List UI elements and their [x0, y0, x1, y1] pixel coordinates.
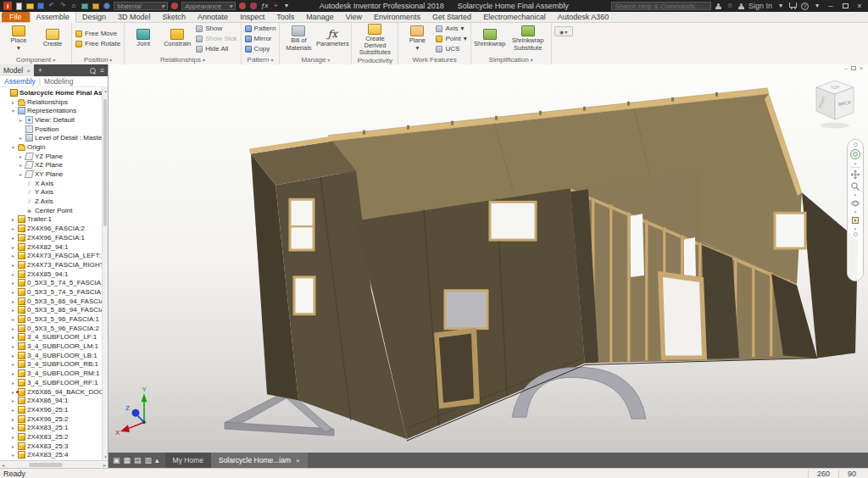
tree-row[interactable]: ▸ 3_4_SUBFLOOR_LF:1	[0, 333, 108, 342]
expand-chevron-icon[interactable]: ▸	[10, 343, 16, 349]
expand-chevron-icon[interactable]: ▸	[10, 334, 16, 340]
close-icon[interactable]: ×	[26, 67, 31, 75]
ribbon-tab[interactable]: View	[340, 12, 368, 22]
expand-chevron-icon[interactable]: ▸	[10, 416, 16, 422]
ribbon-tab[interactable]: Get Started	[426, 12, 477, 22]
adjust-sphere-icon[interactable]	[249, 2, 258, 10]
image-icon[interactable]	[81, 2, 89, 10]
plane-button[interactable]: Plane▾	[402, 25, 432, 52]
tree-row[interactable]: ▸ YZ Plane	[0, 152, 108, 161]
tree-row[interactable]: ▸ 2X4X85_94:1	[0, 270, 108, 279]
free-rotate-button[interactable]: Free Rotate	[75, 39, 120, 48]
expand-chevron-icon[interactable]: ▸	[10, 235, 16, 241]
expand-chevron-icon[interactable]: ▸	[18, 153, 24, 159]
web-icon[interactable]	[103, 2, 111, 10]
help-dropdown-icon[interactable]: ▾	[813, 2, 821, 10]
show-button[interactable]: Show	[196, 24, 236, 33]
tree-row[interactable]: ▸ XY Plane	[0, 170, 108, 179]
tiny-house-model[interactable]: Y Z X	[108, 64, 868, 453]
doc-close-button[interactable]: ×	[860, 65, 863, 71]
panel-label-pattern[interactable]: Pattern▾	[242, 54, 280, 64]
new-file-icon[interactable]	[14, 2, 23, 10]
expand-chevron-icon[interactable]: ▸	[10, 361, 16, 367]
pan-icon[interactable]	[850, 170, 860, 180]
ribbon-tab[interactable]: Tools	[270, 12, 300, 22]
expand-chevron-icon[interactable]: ▸	[10, 407, 16, 413]
expand-chevron-icon[interactable]: ▸	[10, 99, 16, 105]
graphics-viewport[interactable]: – ×	[108, 64, 868, 453]
model-tower-window-upper[interactable]	[290, 199, 314, 250]
add-icon[interactable]: +	[271, 2, 280, 10]
look-at-icon[interactable]	[850, 215, 860, 225]
panel-label-work-features[interactable]: Work Features	[398, 54, 470, 64]
qat-customize-icon[interactable]: ▾	[282, 2, 291, 10]
expand-chevron-icon[interactable]: ▸	[18, 117, 24, 123]
close-icon[interactable]: ×	[296, 457, 300, 464]
expand-chevron-icon[interactable]: ▸	[10, 370, 16, 376]
home-view-icon[interactable]: ⌂	[70, 2, 78, 10]
sign-in-link[interactable]: Sign In	[748, 2, 772, 10]
tab-assembly[interactable]: Assembly	[4, 77, 36, 86]
restore-button[interactable]	[840, 2, 850, 10]
minimize-button[interactable]: –	[826, 2, 836, 10]
help-search-input[interactable]	[611, 2, 711, 10]
expand-chevron-icon[interactable]: ▸	[10, 262, 16, 268]
expand-chevron-icon[interactable]: ▸	[10, 397, 16, 403]
export-icon[interactable]	[92, 2, 100, 10]
appearance-combo[interactable]: Appearance ▾	[181, 2, 236, 10]
expand-chevron-icon[interactable]: ▸	[10, 389, 16, 395]
shrinkwrap-button[interactable]: Shrinkwrap	[475, 29, 505, 47]
panel-label-component[interactable]: Component▾	[0, 54, 71, 64]
zoom-icon[interactable]	[850, 181, 860, 192]
ribbon-tab[interactable]: Sketch	[157, 12, 192, 22]
tree-row[interactable]: ▸ 2X4X83_25:2	[0, 432, 108, 442]
open-folder-icon[interactable]	[25, 2, 34, 10]
tree-row[interactable]: ▸ 0_5X3_5_96_FASCIA:1	[0, 314, 108, 324]
tree-row[interactable]: Z Axis	[0, 197, 108, 206]
tree-row[interactable]: ▸ 2X4X83_25:3	[0, 442, 108, 451]
tree-row[interactable]: ▸ 2X4X96_FASCIA:2	[0, 224, 108, 233]
ribbon-tab[interactable]: Design	[76, 12, 112, 22]
expand-chevron-icon[interactable]: ▸	[10, 225, 16, 231]
scroll-left-icon[interactable]: ◂	[2, 462, 4, 468]
split-vertical-icon[interactable]: ▥	[145, 456, 153, 464]
create-derived-substitutes-button[interactable]: Create Derived Substitutes	[355, 24, 394, 56]
tree-row[interactable]: ▸ XZ Plane	[0, 161, 108, 170]
favorites-star-icon[interactable]: ☆	[726, 2, 734, 10]
tab-my-home[interactable]: My Home	[165, 453, 211, 468]
create-button[interactable]: Create	[37, 29, 68, 47]
tree-row[interactable]: ▸ 3_4_SUBFLOOR_LM:1	[0, 342, 108, 351]
browser-menu-icon[interactable]: ≡	[100, 67, 104, 75]
tree-row[interactable]: ▸ 2X4X86_94:1	[0, 396, 108, 405]
expand-chevron-icon[interactable]: ▸	[10, 298, 16, 304]
tree-row[interactable]: ▸ 0_5X3_5_86_94_FASCIA:2	[0, 306, 108, 315]
tab-active-document[interactable]: Solarcycle Home...iam ×	[211, 453, 308, 468]
tree-row[interactable]: ▸ 2X4X96_25:2	[0, 414, 108, 424]
close-button[interactable]: ×	[854, 2, 865, 10]
redo-icon[interactable]: ↷	[58, 2, 67, 10]
expand-chevron-icon[interactable]: ▸	[10, 353, 16, 358]
expand-chevron-icon[interactable]: ▸	[18, 171, 24, 177]
expand-chevron-icon[interactable]: ▸	[10, 253, 16, 258]
tree-row[interactable]: ▸ 0_5X3_5_86_94_FASCIA:1	[0, 297, 108, 306]
expand-chevron-icon[interactable]: ▸	[10, 380, 16, 386]
panel-label-manage[interactable]: Manage▾	[280, 54, 351, 64]
free-move-button[interactable]: Free Move	[75, 29, 120, 38]
tile-windows-icon[interactable]: ▦	[124, 456, 131, 464]
navbar-customize-icon[interactable]	[854, 232, 858, 236]
tree-row[interactable]: ▸ 0_5X3_5_96_FASCIA:2	[0, 324, 108, 333]
ribbon-tab[interactable]: 3D Model	[112, 12, 157, 22]
tree-row[interactable]: ▸ 2X6X86_94_BACK_DOOR:1	[0, 387, 108, 397]
point-button[interactable]: Point▾	[436, 34, 466, 43]
tree-row[interactable]: ▸ 3_4_SUBFLOOR_RM:1	[0, 369, 108, 378]
expand-chevron-icon[interactable]: ▸	[10, 434, 16, 440]
tree-horizontal-scrollbar[interactable]: ◂ ▸	[0, 460, 108, 468]
tree-row[interactable]: ▸ 0_5X3_5_74_5_FASCIA:1	[0, 278, 108, 287]
expand-chevron-icon[interactable]: ▸	[10, 271, 16, 277]
doc-minimize-button[interactable]: –	[844, 65, 848, 71]
collapse-tabs-icon[interactable]: ▴	[155, 456, 159, 464]
ribbon-tab[interactable]: Inspect	[234, 12, 270, 22]
tree-vertical-scrollbar[interactable]: ▴ ▾	[102, 87, 108, 460]
model-gable-window[interactable]	[775, 213, 805, 248]
tree-row[interactable]: ▸ 2X4X82_94:1	[0, 242, 108, 252]
